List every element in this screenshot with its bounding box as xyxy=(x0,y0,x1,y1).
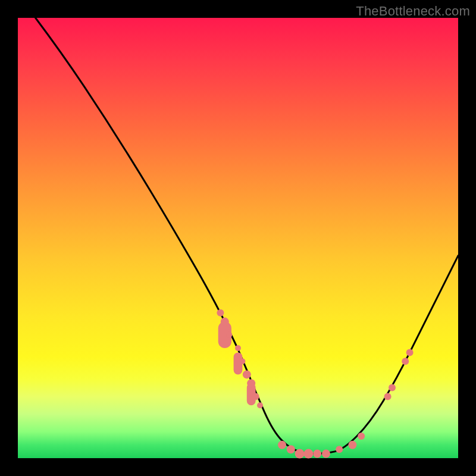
plot-area xyxy=(18,18,458,458)
marker-smears xyxy=(218,322,256,406)
data-marker xyxy=(278,441,286,449)
data-marker xyxy=(348,441,356,449)
data-marker xyxy=(287,445,295,453)
marker-dots xyxy=(217,309,413,459)
data-marker xyxy=(336,446,343,453)
data-marker xyxy=(358,433,365,440)
data-marker xyxy=(235,345,241,351)
data-marker xyxy=(406,349,414,356)
data-marker xyxy=(295,449,305,459)
watermark-text: TheBottleneck.com xyxy=(356,4,470,19)
chart-frame: TheBottleneck.com xyxy=(0,0,476,476)
data-marker xyxy=(257,402,263,408)
data-marker xyxy=(217,309,224,317)
data-marker xyxy=(243,370,251,378)
data-marker xyxy=(303,449,313,459)
data-marker xyxy=(313,450,321,458)
data-marker xyxy=(389,384,396,392)
curve-svg xyxy=(18,18,458,458)
data-marker xyxy=(239,358,245,364)
data-marker xyxy=(226,332,232,338)
data-marker xyxy=(322,450,330,458)
data-marker xyxy=(402,358,409,365)
data-marker xyxy=(384,393,392,400)
data-marker xyxy=(247,379,255,387)
data-marker xyxy=(252,393,259,400)
data-marker xyxy=(221,318,229,326)
